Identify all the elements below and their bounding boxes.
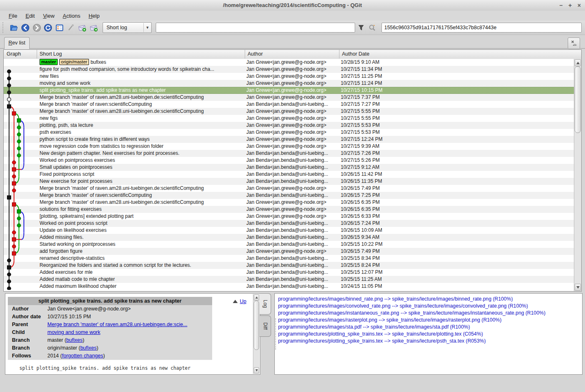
file-rename-entry[interactable]: programming/lectures/images/convolved_ra… [278, 303, 580, 310]
rev-list-scrollbar[interactable] [574, 59, 581, 291]
apply-patch-icon[interactable] [77, 22, 88, 33]
detail-field-value: master (bufixes) [47, 336, 84, 344]
commit-date: 10/26/15 9:34 AM [341, 234, 569, 241]
scroll-down-icon[interactable] [254, 367, 259, 373]
commit-node [12, 252, 16, 255]
table-row[interactable]: psth exercisesJan Grewe<jan.grewe@g-node… [4, 129, 574, 136]
detail-link[interactable]: bufixes [66, 337, 83, 343]
file-rename-entry[interactable]: programming/lectures/images/binned_rate.… [278, 296, 580, 303]
menu-item-view[interactable]: View [39, 12, 58, 20]
minimize-button[interactable]: − [559, 2, 562, 9]
table-row[interactable]: figure for psth method comparsion, some … [4, 66, 574, 73]
column-header-author[interactable]: Author [245, 50, 339, 58]
detach-view-button[interactable] [568, 37, 580, 49]
table-row[interactable]: masterorigin/masterbufixesJan Grewe<jan.… [4, 59, 574, 66]
commit-subject: [plotting, spiketrains] extended plottin… [40, 213, 244, 220]
open-folder-icon[interactable] [9, 22, 19, 33]
refresh-icon[interactable] [43, 22, 54, 33]
format-patch-icon[interactable] [89, 22, 99, 33]
commit-subject: moving and some work [40, 80, 244, 87]
menu-item-edit[interactable]: Edit [22, 12, 38, 20]
table-row[interactable]: Merge branch 'master' of raven:scientifi… [4, 192, 574, 199]
files-panel-handle[interactable] [275, 318, 276, 350]
filter-icon[interactable] [356, 22, 366, 33]
table-row[interactable]: plotting, psth, sta lectureJan Grewe<jan… [4, 122, 574, 129]
table-row[interactable]: solutions for fitting exercisesJan Grewe… [4, 206, 574, 213]
table-row[interactable]: Merge branch 'master' of raven.am28.uni-… [4, 199, 574, 206]
table-row[interactable]: Started working on pointprocessesJan Ben… [4, 241, 574, 248]
log-mode-select[interactable]: Short log ▼ [103, 22, 152, 33]
scroll-down-icon[interactable] [575, 284, 581, 291]
table-row[interactable]: New design pattern chapter. Next exercis… [4, 150, 574, 157]
table-row[interactable]: Added maximum likelihood chapterJan Bend… [4, 283, 574, 290]
scroll-up-icon[interactable] [254, 294, 259, 301]
table-row[interactable]: split plotting_spike trains. add spike t… [4, 87, 574, 94]
table-row[interactable]: move regression code from statistics to … [4, 143, 574, 150]
search-edit-icon[interactable] [367, 22, 378, 33]
table-row[interactable]: python script to create firing rates in … [4, 136, 574, 143]
commit-node [7, 259, 11, 262]
file-rename-entry[interactable]: programming/lectures/images/rasterplot.p… [278, 317, 580, 324]
menu-item-file[interactable]: File [5, 12, 21, 20]
commit-subject: psth exercises [40, 129, 244, 136]
table-row[interactable]: renamed descriptive-statisticsJan Benda<… [4, 255, 574, 262]
details-scrollbar[interactable] [253, 294, 260, 374]
detail-field-value: origin/master (bufixes) [47, 344, 98, 352]
table-row[interactable]: Update on likelihood exercisesJan Benda<… [4, 227, 574, 234]
up-link-label[interactable]: Up [240, 299, 246, 304]
forward-icon[interactable] [31, 22, 42, 33]
table-row[interactable]: Added exercises for mleJan Benda<jan.ben… [4, 269, 574, 276]
table-row[interactable]: Merge branch 'master' of raven:scientifi… [4, 101, 574, 108]
table-row[interactable]: Small updates on pointprocessesJan Benda… [4, 164, 574, 171]
table-row[interactable]: new figsJan Grewe<jan.grewe@g-node.org>1… [4, 115, 574, 122]
detail-link[interactable]: Merge branch 'master' of raven.am28.uni-… [47, 322, 187, 327]
scroll-up-icon[interactable] [575, 59, 581, 66]
file-rename-entry[interactable]: programming/lectures/plotting_spike_trai… [278, 338, 580, 345]
file-rename-entry[interactable]: programming/lectures/images/instantaneou… [278, 310, 580, 317]
table-row[interactable]: Merge branch 'master' of raven.am28.uni-… [4, 185, 574, 192]
table-row[interactable]: moving and some workJan Grewe<jan.grewe@… [4, 80, 574, 87]
tab-rev-list[interactable]: Rev list [4, 37, 30, 49]
detail-link[interactable]: forgotten changes [62, 353, 103, 359]
column-header-graph[interactable]: Graph [4, 50, 37, 58]
sha-input[interactable]: 1556c960375d91a171761755ef433c7b8c87443e [381, 23, 582, 33]
close-button[interactable]: × [578, 2, 581, 9]
table-row[interactable]: Added missing files.Jan Benda<jan.benda@… [4, 234, 574, 241]
table-row[interactable]: new filesJan Grewe<jan.grewe@g-node.org>… [4, 73, 574, 80]
table-row[interactable]: Worked on point process scriptJan Benda<… [4, 220, 574, 227]
file-rename-entry[interactable]: programming/lectures/plotting_spike_trai… [278, 331, 580, 338]
table-row[interactable]: New exercise for point processesJan Bend… [4, 178, 574, 185]
column-header-short-log[interactable]: Short Log [37, 50, 245, 58]
table-row[interactable]: add forgotten figureJan Grewe<jan.grewe@… [4, 248, 574, 255]
table-row[interactable]: Worked on pointprocess exercisesJan Bend… [4, 157, 574, 164]
tab-diff[interactable]: Diff [260, 315, 271, 337]
table-row[interactable]: Merge branch 'master' of raven.am28.uni-… [4, 94, 574, 101]
commit-author: Jan Benda<jan.benda@uni-tuebing... [246, 157, 339, 164]
maximize-button[interactable]: + [569, 2, 572, 9]
filter-input[interactable] [156, 23, 355, 33]
scrollbar-thumb[interactable] [575, 66, 581, 133]
detail-link[interactable]: bufixes [80, 345, 97, 351]
back-icon[interactable] [20, 22, 31, 33]
table-row[interactable]: Fixed pointprocess scriptJan Benda<jan.b… [4, 171, 574, 178]
menu-item-actions[interactable]: Actions [59, 12, 84, 20]
commit-node [7, 196, 11, 199]
wand-icon[interactable] [66, 22, 76, 33]
table-row[interactable]: [plotting, spiketrains] extended plottin… [4, 213, 574, 220]
commit-date: 10/26/15 7:49 PM [341, 248, 569, 255]
file-rename-entry[interactable]: programming/lectures/images/sta.pdf --> … [278, 324, 580, 331]
commit-author: Jan Grewe<jan.grewe@g-node.org> [246, 136, 339, 143]
menu-item-help[interactable]: Help [85, 12, 103, 20]
column-header-author-date[interactable]: Author Date [339, 50, 575, 58]
table-row[interactable]: Merge branch 'master' of raven.am28.uni-… [4, 108, 574, 115]
toolbar-handle[interactable] [2, 22, 6, 33]
detail-link[interactable]: moving and some work [47, 329, 101, 335]
table-row[interactable]: Reorganized the folders and started a co… [4, 262, 574, 269]
tab-log[interactable]: Log [260, 293, 271, 315]
commit-author: Jan Benda<jan.benda@uni-tuebing... [246, 164, 339, 171]
scrollbar-thumb[interactable] [254, 301, 259, 350]
chevron-down-icon: ▼ [143, 23, 151, 32]
table-row[interactable]: Added matlab code to mle chapterJan Bend… [4, 276, 574, 283]
up-link[interactable]: Up [233, 299, 246, 304]
view-list-icon[interactable] [54, 22, 65, 33]
